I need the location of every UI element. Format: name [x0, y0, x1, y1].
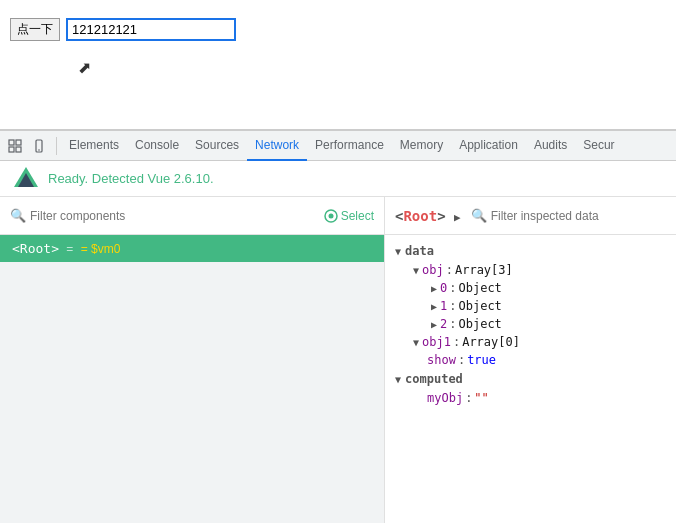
- right-search-icon: 🔍: [471, 208, 487, 223]
- inspect-element-icon[interactable]: [4, 135, 26, 157]
- component-list: <Root> = = $vm0: [0, 235, 384, 523]
- tab-network[interactable]: Network: [247, 131, 307, 161]
- root-component-item[interactable]: <Root> = = $vm0: [0, 235, 384, 262]
- devtools-tabs-bar: Elements Console Sources Network Perform…: [0, 131, 676, 161]
- tab-security[interactable]: Secur: [575, 131, 622, 161]
- svg-rect-3: [16, 147, 21, 152]
- obj-0-arrow[interactable]: ▶: [431, 283, 437, 294]
- vm-ref: = $vm0: [81, 242, 121, 256]
- filter-inspected-input[interactable]: [491, 209, 641, 223]
- computed-section-arrow[interactable]: ▼: [395, 374, 401, 385]
- component-filter-input[interactable]: [30, 209, 316, 223]
- tab-memory[interactable]: Memory: [392, 131, 451, 161]
- vue-status-bar: Ready. Detected Vue 2.6.10.: [0, 161, 676, 197]
- obj-2-arrow[interactable]: ▶: [431, 319, 437, 330]
- svg-point-5: [38, 149, 40, 151]
- tab-divider: [56, 137, 57, 155]
- obj-row: ▼ obj : Array[3]: [385, 261, 676, 279]
- obj-0-row: ▶ 0 : Object: [385, 279, 676, 297]
- data-section-name: data: [405, 244, 434, 258]
- select-cursor-icon: [324, 209, 338, 223]
- obj-2-row: ▶ 2 : Object: [385, 315, 676, 333]
- computed-section-name: computed: [405, 372, 463, 386]
- tab-application[interactable]: Application: [451, 131, 526, 161]
- equals-sign: =: [63, 242, 77, 256]
- root-tag: <Root>: [12, 241, 59, 256]
- data-section-arrow[interactable]: ▼: [395, 246, 401, 257]
- obj-1-arrow[interactable]: ▶: [431, 301, 437, 312]
- computed-section-header: ▼ computed: [385, 369, 676, 389]
- obj1-expand-arrow[interactable]: ▼: [413, 337, 419, 348]
- filter-search-icon: 🔍: [10, 208, 26, 223]
- data-inspector-panel: <Root> ▶ 🔍 ▼ data ▼ obj : Array[3]: [385, 197, 676, 523]
- vue-logo-icon: [12, 165, 40, 193]
- obj-expand-arrow[interactable]: ▼: [413, 265, 419, 276]
- mobile-icon[interactable]: [28, 135, 50, 157]
- tab-audits[interactable]: Audits: [526, 131, 575, 161]
- select-label: Select: [341, 209, 374, 223]
- component-filter-bar: 🔍 Select: [0, 197, 384, 235]
- myobj-row: myObj : "": [385, 389, 676, 407]
- cursor-arrow: ⬈: [78, 58, 91, 77]
- click-button[interactable]: 点一下: [10, 18, 60, 41]
- obj-1-row: ▶ 1 : Object: [385, 297, 676, 315]
- vue-status-text: Ready. Detected Vue 2.6.10.: [48, 171, 214, 186]
- devtools-main-content: 🔍 Select <Root> = = $vm0: [0, 197, 676, 523]
- svg-point-9: [328, 213, 333, 218]
- svg-rect-1: [9, 147, 14, 152]
- data-tree: ▼ data ▼ obj : Array[3] ▶ 0 : Object: [385, 235, 676, 413]
- page-area: 点一下 ⬈: [0, 0, 676, 130]
- tab-performance[interactable]: Performance: [307, 131, 392, 161]
- text-input[interactable]: [66, 18, 236, 41]
- svg-rect-2: [16, 140, 21, 145]
- tab-elements[interactable]: Elements: [61, 131, 127, 161]
- select-button[interactable]: Select: [324, 209, 374, 223]
- obj1-row: ▼ obj1 : Array[0]: [385, 333, 676, 351]
- data-section-header: ▼ data: [385, 241, 676, 261]
- right-filter-bar: <Root> ▶ 🔍: [385, 197, 676, 235]
- component-tree-panel: 🔍 Select <Root> = = $vm0: [0, 197, 385, 523]
- devtools-panel: Elements Console Sources Network Perform…: [0, 130, 676, 523]
- show-row: show : true: [385, 351, 676, 369]
- svg-rect-0: [9, 140, 14, 145]
- right-root-tag: <Root> ▶: [395, 208, 461, 224]
- tab-sources[interactable]: Sources: [187, 131, 247, 161]
- tab-console[interactable]: Console: [127, 131, 187, 161]
